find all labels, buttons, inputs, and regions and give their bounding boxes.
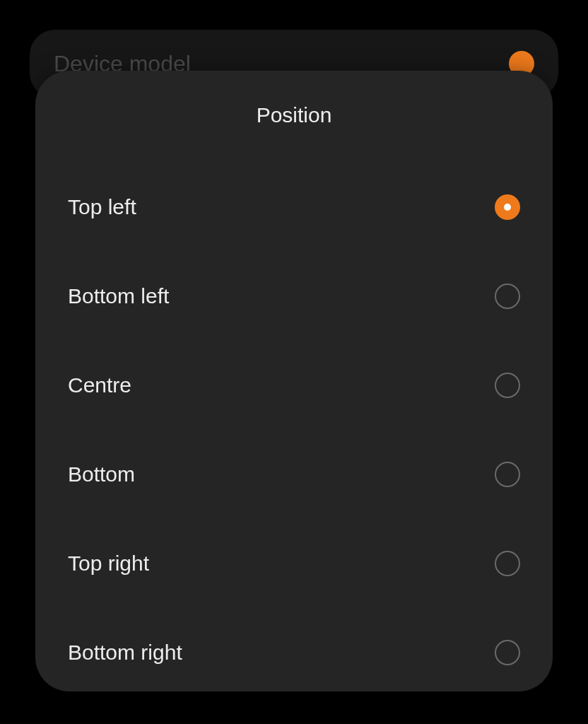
option-bottom-right[interactable]: Bottom right: [68, 608, 520, 697]
option-top-left[interactable]: Top left: [68, 163, 520, 252]
option-label: Top right: [68, 551, 149, 576]
option-label: Top left: [68, 195, 136, 219]
option-label: Centre: [68, 373, 131, 397]
radio-icon: [495, 373, 520, 398]
radio-icon: [495, 551, 520, 576]
radio-icon: [495, 284, 520, 309]
position-selection-modal: Position Top left Bottom left Centre Bot…: [35, 71, 553, 691]
option-bottom-left[interactable]: Bottom left: [68, 252, 520, 341]
option-top-right[interactable]: Top right: [68, 519, 520, 608]
option-label: Bottom left: [68, 284, 169, 308]
option-label: Bottom right: [68, 641, 182, 665]
position-option-list: Top left Bottom left Centre Bottom Top r…: [68, 163, 520, 697]
modal-title: Position: [68, 103, 520, 127]
radio-icon: [495, 194, 520, 220]
option-centre[interactable]: Centre: [68, 341, 520, 430]
option-bottom[interactable]: Bottom: [68, 430, 520, 519]
radio-icon: [495, 462, 520, 487]
radio-icon: [495, 640, 520, 665]
option-label: Bottom: [68, 462, 135, 486]
